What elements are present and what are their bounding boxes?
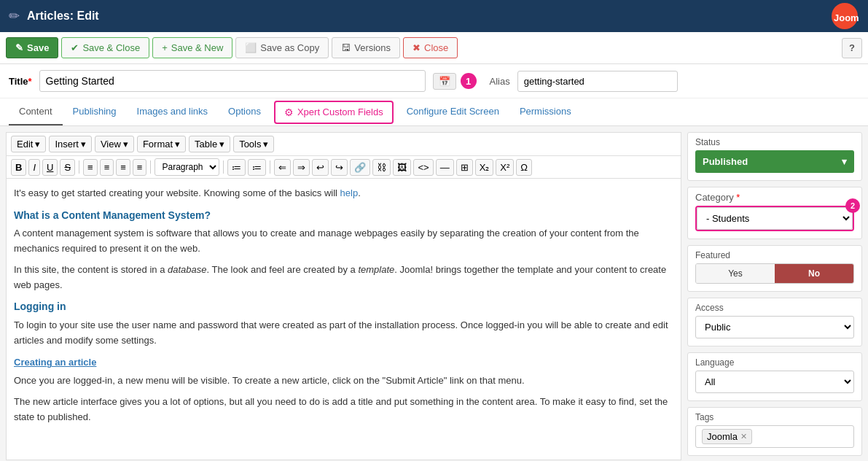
access-section: Access Public Registered Special	[687, 298, 862, 346]
link-button[interactable]: 🔗	[350, 159, 370, 176]
separator-1	[79, 160, 79, 174]
calendar-icon: 📅	[439, 76, 450, 87]
format-dropdown-icon: ▾	[175, 139, 180, 150]
main-area: Edit ▾ Insert ▾ View ▾ Format ▾ Table ▾ …	[0, 126, 868, 460]
joomla-icon: Joom	[830, 1, 859, 31]
title-label: Title*	[9, 76, 32, 87]
tags-section: Tags Joomla ✕	[687, 407, 862, 456]
language-label: Language	[695, 357, 854, 368]
indent-button[interactable]: ⇒	[293, 159, 310, 176]
access-select[interactable]: Public Registered Special	[695, 316, 854, 338]
tools-menu-button[interactable]: Tools ▾	[233, 136, 274, 152]
access-label: Access	[695, 303, 854, 313]
save-close-button[interactable]: ✔ Save & Close	[61, 37, 149, 58]
check-icon: ✔	[71, 42, 79, 53]
content-h3-1: What is a Content Management System?	[14, 207, 673, 223]
content-p-2: A content management system is software …	[14, 226, 673, 257]
tag-remove-icon[interactable]: ✕	[740, 432, 747, 441]
tab-xpert[interactable]: ⚙ Xpert Custom Fields	[274, 101, 394, 124]
edit-menu-button[interactable]: Edit ▾	[11, 136, 46, 152]
bold-button[interactable]: B	[11, 159, 26, 176]
featured-toggle: Yes No	[695, 263, 854, 284]
save-button[interactable]: ✎ Save	[6, 37, 58, 58]
strikethrough-button[interactable]: S	[60, 159, 75, 176]
featured-no-button[interactable]: No	[775, 264, 853, 283]
content-h3-2: Logging in	[14, 298, 673, 314]
editor-area: Edit ▾ Insert ▾ View ▾ Format ▾ Table ▾ …	[6, 132, 681, 460]
redo-button[interactable]: ↪	[331, 159, 348, 176]
featured-body: Featured Yes No	[688, 246, 861, 291]
save-copy-button[interactable]: ⬜ Save as Copy	[235, 37, 329, 58]
undo-button[interactable]: ↩	[312, 159, 329, 176]
tab-publishing[interactable]: Publishing	[63, 98, 127, 125]
align-justify-button[interactable]: ≡	[133, 159, 147, 176]
alias-input[interactable]	[517, 71, 678, 92]
category-body: Category * 2 - Students - General	[688, 187, 861, 239]
category-section: Category * 2 - Students - General	[687, 187, 862, 239]
outdent-button[interactable]: ⇐	[274, 159, 291, 176]
close-button[interactable]: ✖ Close	[403, 37, 458, 58]
table-menu-button[interactable]: Table ▾	[189, 136, 230, 152]
tab-options[interactable]: Options	[218, 98, 271, 125]
copy-icon: ⬜	[245, 42, 257, 53]
paragraph-select[interactable]: Paragraph Heading 1 Heading 2 Heading 3	[155, 158, 219, 176]
creating-article-link[interactable]: Creating an article	[14, 357, 96, 368]
title-number-badge[interactable]: 📅	[433, 73, 456, 90]
versions-button[interactable]: 🖫 Versions	[332, 37, 400, 58]
alias-label: Alias	[490, 76, 510, 87]
help-link[interactable]: help	[340, 187, 359, 198]
separator-4	[270, 160, 270, 174]
format-menu-button[interactable]: Format ▾	[137, 136, 186, 152]
tab-permissions[interactable]: Permissions	[509, 98, 582, 125]
edit-pencil-icon: ✏	[9, 8, 20, 24]
hr-button[interactable]: —	[436, 159, 454, 176]
align-center-button[interactable]: ≡	[100, 159, 114, 176]
editor-content[interactable]: It's easy to get started creating your w…	[7, 179, 681, 460]
category-select[interactable]: - Students - General	[697, 207, 853, 230]
align-left-button[interactable]: ≡	[83, 159, 98, 176]
access-body: Access Public Registered Special	[688, 298, 861, 346]
plus-icon: +	[162, 42, 168, 53]
italic-button[interactable]: I	[28, 159, 40, 176]
featured-yes-button[interactable]: Yes	[696, 264, 775, 283]
language-body: Language All English	[688, 353, 861, 400]
highlight-number-2: 2	[845, 198, 860, 213]
image-button[interactable]: 🖼	[393, 159, 411, 176]
content-p-1: It's easy to get started creating your w…	[14, 186, 673, 201]
category-label: Category *	[695, 192, 854, 203]
superscript-button[interactable]: X²	[496, 159, 514, 176]
separator-3	[223, 160, 224, 174]
save-check-icon: ✎	[15, 42, 23, 53]
underline-button[interactable]: U	[42, 159, 58, 176]
tags-body: Tags Joomla ✕	[688, 408, 861, 455]
help-button[interactable]: ?	[842, 38, 862, 58]
list-ul-button[interactable]: ≔	[227, 159, 246, 176]
tab-images[interactable]: Images and links	[127, 98, 219, 125]
language-select[interactable]: All English	[695, 371, 854, 393]
editor-toolbar-2: B I U S ≡ ≡ ≡ ≡ Paragraph Heading 1 Head…	[7, 156, 681, 179]
insert-menu-button[interactable]: Insert ▾	[49, 136, 92, 152]
featured-section: Featured Yes No	[687, 245, 862, 292]
versions-icon: 🖫	[341, 42, 351, 53]
gear-icon: ⚙	[284, 106, 294, 118]
tab-configure[interactable]: Configure Edit Screen	[396, 98, 509, 125]
unlink-button[interactable]: ⛓	[372, 159, 391, 176]
table-button[interactable]: ⊞	[456, 159, 473, 176]
top-bar: ✏ Articles: Edit Joom	[0, 0, 868, 32]
content-p-5: Once you are logged-in, a new menu will …	[14, 373, 673, 389]
editor-toolbar-1: Edit ▾ Insert ▾ View ▾ Format ▾ Table ▾ …	[7, 133, 681, 156]
align-right-button[interactable]: ≡	[116, 159, 130, 176]
view-menu-button[interactable]: View ▾	[95, 136, 134, 152]
subscript-button[interactable]: X₂	[475, 159, 494, 176]
content-p-6: The new article interface gives you a lo…	[14, 395, 673, 425]
status-select[interactable]: Published ▾	[695, 150, 854, 173]
title-input[interactable]	[39, 70, 426, 92]
tags-input[interactable]: Joomla ✕	[695, 425, 854, 448]
special-chars-button[interactable]: Ω	[516, 159, 532, 176]
tab-content[interactable]: Content	[9, 98, 63, 125]
status-body: Status Published ▾	[688, 133, 861, 180]
list-ol-button[interactable]: ≔	[248, 159, 266, 176]
svg-text:Joom: Joom	[834, 12, 859, 23]
save-new-button[interactable]: + Save & New	[152, 37, 232, 58]
code-button[interactable]: <>	[413, 159, 433, 176]
